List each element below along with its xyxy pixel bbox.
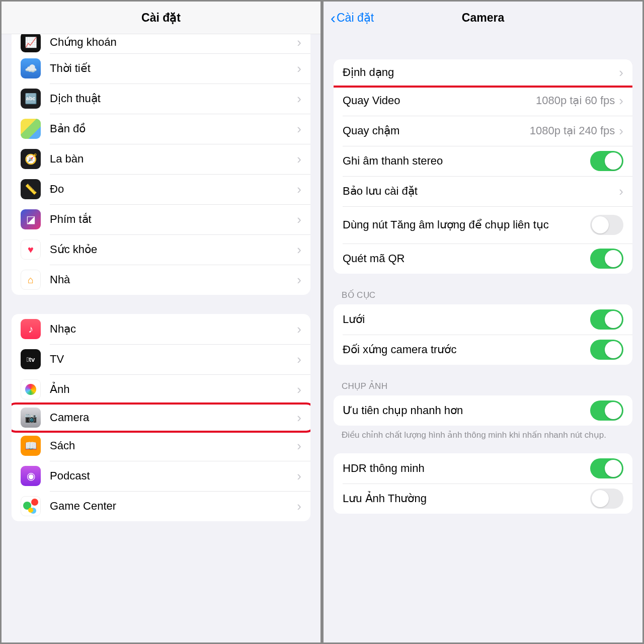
maps-icon	[21, 119, 41, 139]
row-slo-mo[interactable]: Quay chậm 1080p tại 240 fps ›	[334, 116, 632, 146]
row-label: Dùng nút Tăng âm lượng để chụp liên tục	[343, 218, 590, 232]
row-label: Phím tắt	[50, 213, 297, 226]
row-stereo[interactable]: Ghi âm thanh stereo	[334, 146, 632, 176]
camera-settings-list[interactable]: Định dạng › Quay Video 1080p tại 60 fps …	[324, 34, 642, 642]
chevron-right-icon: ›	[297, 382, 301, 397]
toggle-keep-normal[interactable]	[590, 489, 623, 509]
section-header-composition: BỐ CỤC	[324, 284, 642, 304]
chevron-right-icon: ›	[297, 468, 301, 484]
row-books[interactable]: 📖 Sách ›	[12, 431, 310, 461]
toggle-stereo[interactable]	[590, 151, 623, 171]
row-shortcuts[interactable]: ◪ Phím tắt ›	[12, 204, 310, 234]
row-label: Game Center	[50, 500, 297, 513]
row-photos[interactable]: Ảnh ›	[12, 374, 310, 405]
chevron-right-icon: ›	[619, 184, 623, 199]
chevron-right-icon: ›	[619, 65, 623, 80]
toggle-prioritize-fast[interactable]	[590, 400, 623, 421]
highlight-format: Định dạng ›	[334, 59, 632, 88]
stocks-icon: 📈	[21, 34, 41, 52]
row-format[interactable]: Định dạng ›	[334, 59, 632, 86]
back-button[interactable]: ‹ Cài đặt	[331, 11, 374, 26]
row-label: Nhạc	[50, 323, 297, 336]
row-label: La bàn	[50, 152, 297, 166]
toggle-grid[interactable]	[590, 309, 623, 330]
toggle-smart-hdr[interactable]	[590, 458, 623, 478]
row-home[interactable]: ⌂ Nhà ›	[12, 265, 310, 295]
row-label: Quay chậm	[343, 124, 530, 137]
photos-icon	[21, 379, 41, 399]
row-label: Định dạng	[343, 66, 619, 79]
camera-icon: 📷	[21, 408, 41, 428]
camera-group-composition: Lưới Đối xứng camera trước	[334, 304, 632, 365]
row-podcast[interactable]: ◉ Podcast ›	[12, 461, 310, 491]
navbar: Cài đặt	[2, 2, 320, 34]
chevron-right-icon: ›	[297, 35, 301, 50]
row-health[interactable]: ♥ Sức khỏe ›	[12, 234, 310, 265]
row-label: Podcast	[50, 469, 297, 482]
row-stocks[interactable]: 📈 Chứng khoán ›	[12, 34, 310, 53]
section-footer-capture: Điều chỉnh chất lượng hình ảnh thông min…	[324, 426, 642, 453]
row-measure[interactable]: 📏 Đo ›	[12, 174, 310, 204]
row-compass[interactable]: 🧭 La bàn ›	[12, 144, 310, 174]
row-prioritize-fast[interactable]: Ưu tiên chụp nhanh hơn	[334, 395, 632, 426]
weather-icon: ☁️	[21, 58, 41, 78]
row-label: Bảo lưu cài đặt	[343, 185, 619, 198]
settings-group-apps-2: ♪ Nhạc › tv TV › Ảnh › 📷 Camera ›	[12, 314, 310, 521]
row-maps[interactable]: Bản đồ ›	[12, 114, 310, 144]
chevron-right-icon: ›	[297, 410, 301, 426]
chevron-right-icon: ›	[619, 93, 623, 109]
row-label: Chứng khoán	[50, 36, 297, 49]
row-label: HDR thông minh	[343, 462, 590, 475]
settings-list[interactable]: 📈 Chứng khoán › ☁️ Thời tiết › 🔤 Dịch th…	[2, 34, 320, 642]
row-camera[interactable]: 📷 Camera ›	[12, 405, 310, 431]
camera-group-hdr: HDR thông minh Lưu Ảnh Thường	[334, 453, 632, 514]
toggle-mirror[interactable]	[590, 340, 623, 360]
row-label: Dịch thuật	[50, 92, 297, 105]
row-label: Quét mã QR	[343, 252, 590, 265]
row-label: Thời tiết	[50, 62, 297, 75]
row-label: Sức khỏe	[50, 243, 297, 256]
chevron-left-icon: ‹	[331, 11, 336, 26]
row-label: Lưới	[343, 313, 590, 326]
row-label: Bản đồ	[50, 122, 297, 135]
chevron-right-icon: ›	[297, 352, 301, 367]
row-weather[interactable]: ☁️ Thời tiết ›	[12, 53, 310, 84]
row-music[interactable]: ♪ Nhạc ›	[12, 314, 310, 344]
row-qr[interactable]: Quét mã QR	[334, 244, 632, 274]
row-value: 1080p tại 240 fps	[530, 124, 615, 137]
books-icon: 📖	[21, 436, 41, 456]
row-mirror[interactable]: Đối xứng camera trước	[334, 335, 632, 365]
toggle-qr[interactable]	[590, 249, 623, 269]
row-volume-burst[interactable]: Dùng nút Tăng âm lượng để chụp liên tục	[334, 206, 632, 244]
section-header-capture: CHỤP ẢNH	[324, 375, 642, 395]
row-preserve[interactable]: Bảo lưu cài đặt ›	[334, 176, 632, 206]
chevron-right-icon: ›	[619, 123, 623, 139]
chevron-right-icon: ›	[297, 151, 301, 167]
row-label: TV	[50, 353, 297, 366]
chevron-right-icon: ›	[297, 91, 301, 107]
row-tv[interactable]: tv TV ›	[12, 344, 310, 374]
chevron-right-icon: ›	[297, 121, 301, 137]
chevron-right-icon: ›	[297, 182, 301, 197]
toggle-volume-burst[interactable]	[590, 215, 623, 235]
row-label: Camera	[50, 411, 297, 424]
row-label: Nhà	[50, 273, 297, 286]
row-grid[interactable]: Lưới	[334, 304, 632, 335]
chevron-right-icon: ›	[297, 499, 301, 514]
gamecenter-icon	[21, 496, 41, 516]
settings-group-apps-1: 📈 Chứng khoán › ☁️ Thời tiết › 🔤 Dịch th…	[12, 34, 310, 295]
health-icon: ♥	[21, 239, 41, 260]
row-label: Ưu tiên chụp nhanh hơn	[343, 404, 590, 417]
home-icon: ⌂	[21, 270, 41, 290]
row-keep-normal[interactable]: Lưu Ảnh Thường	[334, 484, 632, 514]
podcast-icon: ◉	[21, 466, 41, 486]
page-title: Cài đặt	[141, 11, 181, 25]
row-label: Ảnh	[50, 383, 297, 396]
translate-icon: 🔤	[21, 89, 41, 109]
row-translate[interactable]: 🔤 Dịch thuật ›	[12, 84, 310, 114]
row-gamecenter[interactable]: Game Center ›	[12, 491, 310, 521]
chevron-right-icon: ›	[297, 212, 301, 227]
row-smart-hdr[interactable]: HDR thông minh	[334, 453, 632, 484]
measure-icon: 📏	[21, 179, 41, 199]
row-record-video[interactable]: Quay Video 1080p tại 60 fps ›	[334, 86, 632, 116]
